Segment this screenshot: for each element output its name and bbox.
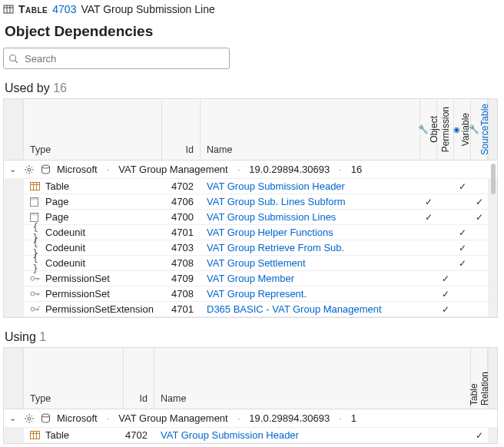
svg-line-11 (26, 167, 27, 167)
cell-source-table (471, 240, 488, 255)
cell-id: 4708 (162, 256, 201, 270)
used-by-grid: Type Id Name 🔧 Object Permission ◉ Varia… (3, 98, 498, 318)
cell-name[interactable]: VAT Group Submission Header (154, 428, 471, 442)
object-id[interactable]: 4703 (52, 3, 76, 15)
group-row[interactable]: ⌄ Microsoft · VAT Group Management · 19.… (4, 409, 497, 428)
svg-line-43 (26, 420, 27, 421)
cell-object (420, 302, 437, 316)
cell-table-relation: ✓ (471, 428, 488, 442)
svg-line-5 (15, 60, 18, 63)
cell-object (420, 179, 437, 194)
cell-name[interactable]: VAT Group Helper Functions (201, 225, 420, 240)
row-gutter (4, 302, 24, 316)
table-row[interactable]: Table4702VAT Group Submission Header✓ (4, 428, 497, 443)
row-gutter (4, 428, 24, 442)
type-label: Table (45, 180, 69, 192)
search-box[interactable] (3, 48, 230, 69)
cell-name[interactable]: VAT Group Submission Header (201, 179, 420, 194)
cell-name[interactable]: VAT Group Sub. Lines Subform (201, 194, 420, 209)
expand-toggle[interactable]: ⌄ (7, 413, 18, 423)
svg-point-15 (42, 165, 50, 168)
page-icon (30, 213, 41, 222)
col-type[interactable]: Type (24, 99, 162, 160)
col-id[interactable]: Id (124, 348, 154, 409)
keyext-icon: + (30, 305, 41, 313)
cell-id: 4703 (162, 240, 201, 255)
expand-toggle[interactable]: ⌄ (7, 164, 18, 174)
table-row[interactable]: +PermissionSetExtension4701D365 BASIC - … (4, 302, 497, 317)
object-type-label: Table (18, 3, 48, 15)
row-gutter (4, 271, 24, 286)
group-app: VAT Group Management (118, 164, 227, 175)
cell-variable: ✓ (454, 179, 471, 194)
using-grid: Type Id Name Table Relation ⌄ Microsoft … (3, 347, 498, 444)
table-row[interactable]: Page4706VAT Group Sub. Lines Subform✓✓ (4, 194, 497, 210)
cell-name[interactable]: VAT Group Settlement (201, 256, 420, 270)
row-gutter (4, 225, 24, 240)
row-gutter-right (488, 240, 497, 255)
cell-object (420, 271, 437, 286)
row-gutter (4, 179, 24, 194)
cell-object (420, 286, 437, 301)
wrench-icon: 🔧 (418, 124, 429, 134)
svg-line-42 (32, 420, 32, 421)
cell-source-table (471, 286, 488, 301)
group-count: 1 (351, 412, 356, 424)
svg-text:+: + (38, 305, 41, 309)
table-row[interactable]: PermissionSet4709VAT Group Member✓ (4, 271, 497, 286)
col-type[interactable]: Type (24, 348, 124, 409)
cell-variable: ✓ (454, 256, 471, 270)
cell-source-table: ✓ (471, 194, 488, 209)
search-icon (8, 54, 18, 64)
cell-name[interactable]: VAT Group Member (201, 271, 420, 286)
cell-name[interactable]: D365 BASIC - VAT Group Management (201, 302, 420, 316)
cell-source-table (471, 179, 488, 194)
row-selector-header (4, 99, 24, 160)
type-label: Page (45, 211, 68, 223)
table-icon (3, 4, 14, 15)
table-row[interactable]: Page4700VAT Group Submission Lines✓✓ (4, 210, 497, 225)
cell-object (420, 256, 437, 270)
col-name[interactable]: Name (201, 99, 420, 160)
cell-name[interactable]: VAT Group Represent. (201, 286, 420, 301)
col-name[interactable]: Name (154, 348, 471, 409)
type-label: Codeunit (45, 257, 85, 269)
svg-point-6 (28, 168, 31, 171)
cell-type: +PermissionSetExtension (24, 302, 162, 316)
cell-id: 4700 (162, 210, 201, 224)
table-row[interactable]: Table4702VAT Group Submission Header✓ (4, 179, 497, 194)
svg-rect-46 (31, 432, 40, 439)
svg-point-28 (31, 292, 35, 296)
col-source-table[interactable]: 🔧 SourceTable (471, 99, 488, 160)
search-input[interactable] (23, 52, 224, 65)
col-id[interactable]: Id (162, 99, 201, 160)
cell-id: 4709 (162, 271, 201, 286)
vertical-scrollbar[interactable] (491, 164, 496, 194)
svg-line-41 (26, 416, 27, 416)
grid-header: Type Id Name 🔧 Object Permission ◉ Varia… (4, 99, 497, 161)
row-gutter-right (488, 428, 497, 442)
row-gutter-right (488, 194, 497, 209)
col-permission[interactable]: Permission (437, 99, 454, 160)
row-gutter (4, 240, 24, 255)
variable-icon: ◉ (453, 125, 460, 134)
table-row[interactable]: { }Codeunit4708VAT Group Settlement✓ (4, 256, 497, 271)
table-row[interactable]: { }Codeunit4703VAT Group Retrieve From S… (4, 240, 497, 256)
svg-point-24 (31, 276, 35, 280)
table-row[interactable]: { }Codeunit4701VAT Group Helper Function… (4, 225, 497, 240)
group-row[interactable]: ⌄ Microsoft · VAT Group Management · 19.… (4, 161, 497, 179)
svg-point-45 (42, 414, 50, 417)
object-name: VAT Group Submission Line (81, 3, 214, 15)
cell-name[interactable]: VAT Group Retrieve From Sub. (201, 240, 420, 255)
cell-permission (437, 210, 454, 224)
cell-name[interactable]: VAT Group Submission Lines (201, 210, 420, 224)
col-table-relation[interactable]: Table Relation (471, 348, 488, 409)
page-title: Object Dependencies (5, 23, 498, 40)
row-selector-header (4, 348, 24, 409)
col-object[interactable]: 🔧 Object (420, 99, 437, 160)
table-row[interactable]: PermissionSet4708VAT Group Represent.✓ (4, 286, 497, 302)
type-label: Codeunit (45, 242, 85, 253)
type-label: PermissionSetExtension (45, 303, 154, 315)
type-label: Codeunit (45, 227, 85, 238)
svg-point-36 (28, 417, 31, 420)
